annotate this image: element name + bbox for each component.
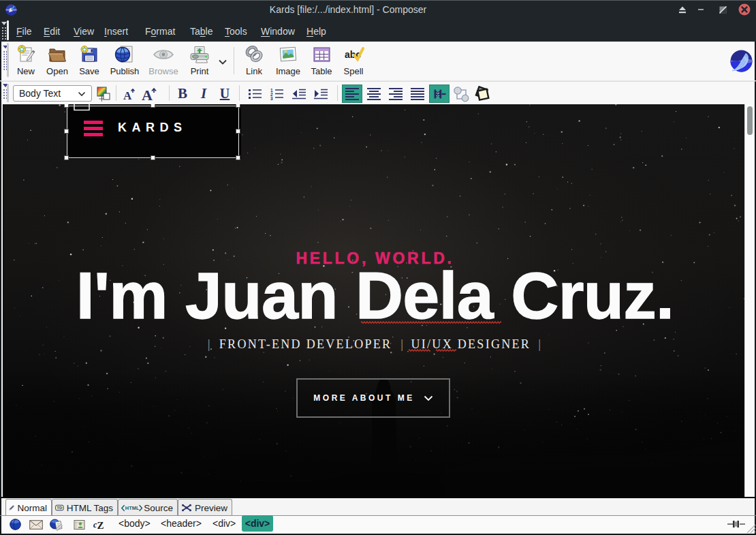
svg-text:A: A — [142, 87, 153, 102]
svg-text:TD: TD — [57, 506, 63, 510]
svg-text:A: A — [123, 89, 132, 102]
svg-text:3: 3 — [270, 96, 273, 101]
svg-text:HTML: HTML — [125, 505, 140, 511]
svg-text:Z: Z — [97, 520, 104, 530]
